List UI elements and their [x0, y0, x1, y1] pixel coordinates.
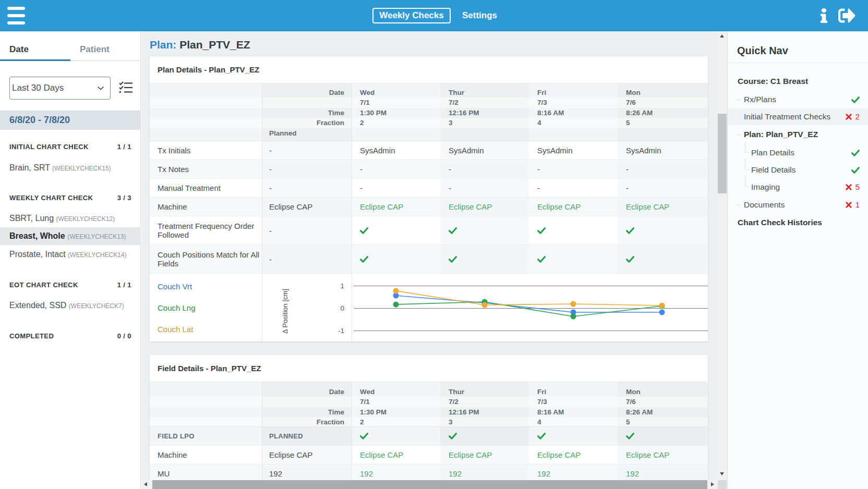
- svg-text:Couch Lng: Couch Lng: [158, 303, 196, 312]
- svg-text:-1: -1: [338, 327, 344, 335]
- svg-text:Couch Vrt: Couch Vrt: [158, 282, 192, 291]
- svg-text:Δ Position [cm]: Δ Position [cm]: [281, 289, 289, 334]
- svg-text:1: 1: [340, 282, 344, 290]
- svg-text:0: 0: [340, 304, 344, 312]
- svg-text:Couch Lat: Couch Lat: [158, 325, 194, 334]
